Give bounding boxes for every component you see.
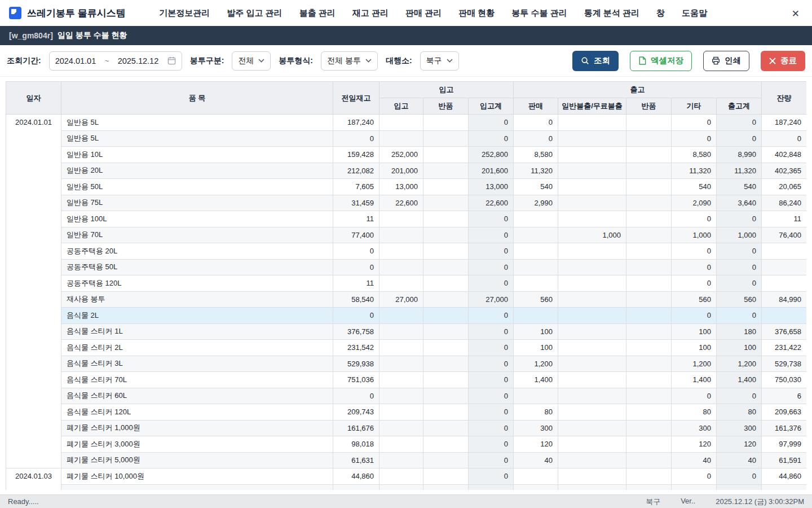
item-cell[interactable]: 공동주택용 50L <box>61 259 333 275</box>
value-cell[interactable] <box>423 420 469 436</box>
item-cell[interactable]: 일반용 70L <box>61 227 333 243</box>
value-cell[interactable] <box>379 115 423 131</box>
print-button[interactable]: 인쇄 <box>703 51 749 71</box>
value-cell[interactable] <box>762 275 806 292</box>
value-cell[interactable]: 97,999 <box>762 436 806 453</box>
value-cell[interactable]: 11 <box>762 211 806 227</box>
value-cell[interactable]: 31,459 <box>333 195 379 211</box>
value-cell[interactable] <box>626 227 672 243</box>
value-cell[interactable] <box>423 179 469 195</box>
value-cell[interactable]: 201,600 <box>469 163 514 179</box>
value-cell[interactable]: 0 <box>333 243 379 260</box>
value-cell[interactable]: 540 <box>514 179 558 195</box>
value-cell[interactable] <box>558 259 626 275</box>
value-cell[interactable]: 40 <box>717 452 762 468</box>
value-cell[interactable] <box>379 227 423 243</box>
value-cell[interactable]: 61,631 <box>333 452 379 468</box>
value-cell[interactable] <box>423 452 469 468</box>
value-cell[interactable]: 560 <box>672 291 717 308</box>
value-cell[interactable]: 529,938 <box>333 356 379 372</box>
item-cell[interactable]: 일반용 100L <box>61 211 333 227</box>
value-cell[interactable] <box>762 484 806 490</box>
value-cell[interactable]: 0 <box>514 115 558 131</box>
value-cell[interactable] <box>423 130 469 147</box>
value-cell[interactable] <box>626 211 672 227</box>
value-cell[interactable]: 13,000 <box>469 179 514 195</box>
value-cell[interactable] <box>514 308 558 324</box>
value-cell[interactable]: 0 <box>762 130 806 147</box>
value-cell[interactable] <box>558 452 626 468</box>
value-cell[interactable] <box>514 468 558 485</box>
value-cell[interactable] <box>558 484 626 490</box>
value-cell[interactable] <box>379 452 423 468</box>
value-cell[interactable] <box>423 259 469 275</box>
item-cell[interactable]: 폐기물 스티커 1,000원 <box>61 420 333 436</box>
search-button[interactable]: 조회 <box>572 51 619 71</box>
value-cell[interactable] <box>626 323 672 340</box>
value-cell[interactable] <box>558 163 626 179</box>
value-cell[interactable] <box>333 484 379 490</box>
value-cell[interactable]: 0 <box>469 356 514 372</box>
table-row[interactable]: 공동주택용 20L0000 <box>6 243 807 260</box>
value-cell[interactable] <box>514 211 558 227</box>
value-cell[interactable]: 8,580 <box>672 147 717 163</box>
value-cell[interactable] <box>626 163 672 179</box>
table-row[interactable]: 음식물 스티커 120L209,7430808080209,663 <box>6 404 807 421</box>
value-cell[interactable]: 209,743 <box>333 404 379 421</box>
item-cell[interactable]: 일반용 5L <box>61 115 333 131</box>
value-cell[interactable]: 0 <box>469 275 514 292</box>
value-cell[interactable]: 751,036 <box>333 372 379 388</box>
value-cell[interactable]: 0 <box>672 468 717 485</box>
value-cell[interactable] <box>514 227 558 243</box>
value-cell[interactable]: 61,591 <box>762 452 806 468</box>
value-cell[interactable]: 0 <box>672 259 717 275</box>
menu-item[interactable]: 판매 현황 <box>458 8 495 19</box>
value-cell[interactable] <box>558 291 626 308</box>
table-row[interactable]: 음식물 스티커 2L231,5420100100100231,422 <box>6 340 807 356</box>
value-cell[interactable]: 209,663 <box>762 404 806 421</box>
value-cell[interactable]: 1,200 <box>672 356 717 372</box>
value-cell[interactable]: 0 <box>469 420 514 436</box>
value-cell[interactable] <box>626 179 672 195</box>
value-cell[interactable]: 2,990 <box>514 195 558 211</box>
value-cell[interactable]: 0 <box>469 259 514 275</box>
value-cell[interactable]: 300 <box>672 420 717 436</box>
value-cell[interactable] <box>558 323 626 340</box>
value-cell[interactable]: 1,400 <box>514 372 558 388</box>
value-cell[interactable]: 159,428 <box>333 147 379 163</box>
value-cell[interactable] <box>379 420 423 436</box>
value-cell[interactable]: 100 <box>672 340 717 356</box>
value-cell[interactable] <box>558 243 626 260</box>
value-cell[interactable]: 2,090 <box>672 195 717 211</box>
value-cell[interactable] <box>514 275 558 292</box>
table-row[interactable]: 음식물 스티커 70L751,03601,4001,4001,400750,03… <box>6 372 807 388</box>
table-row[interactable]: 일반용 10L159,428252,000252,8008,5808,5808,… <box>6 147 807 163</box>
value-cell[interactable] <box>626 259 672 275</box>
value-cell[interactable]: 1,000 <box>672 227 717 243</box>
value-cell[interactable]: 201,000 <box>379 163 423 179</box>
value-cell[interactable]: 0 <box>717 211 762 227</box>
value-cell[interactable]: 0 <box>672 211 717 227</box>
date-to[interactable]: 2025.12.12 <box>118 56 159 65</box>
value-cell[interactable]: 80 <box>717 404 762 421</box>
value-cell[interactable]: 180 <box>717 323 762 340</box>
value-cell[interactable] <box>379 275 423 292</box>
value-cell[interactable]: 0 <box>672 115 717 131</box>
item-cell[interactable]: 일반용 5L <box>61 130 333 147</box>
value-cell[interactable]: 11 <box>333 275 379 292</box>
value-cell[interactable] <box>423 211 469 227</box>
value-cell[interactable]: 0 <box>717 130 762 147</box>
value-cell[interactable]: 402,365 <box>762 163 806 179</box>
value-cell[interactable]: 120 <box>717 436 762 453</box>
bag-format-select[interactable]: 전체 봉투 <box>321 51 378 71</box>
value-cell[interactable]: 0 <box>469 468 514 485</box>
value-cell[interactable]: 0 <box>717 259 762 275</box>
value-cell[interactable]: 300 <box>717 420 762 436</box>
value-cell[interactable]: 252,000 <box>379 147 423 163</box>
value-cell[interactable]: 560 <box>717 291 762 308</box>
value-cell[interactable]: 22,600 <box>469 195 514 211</box>
value-cell[interactable] <box>379 356 423 372</box>
value-cell[interactable]: 27,000 <box>469 291 514 308</box>
value-cell[interactable] <box>514 484 558 490</box>
table-row[interactable]: 공동주택용 120L11000 <box>6 275 807 292</box>
